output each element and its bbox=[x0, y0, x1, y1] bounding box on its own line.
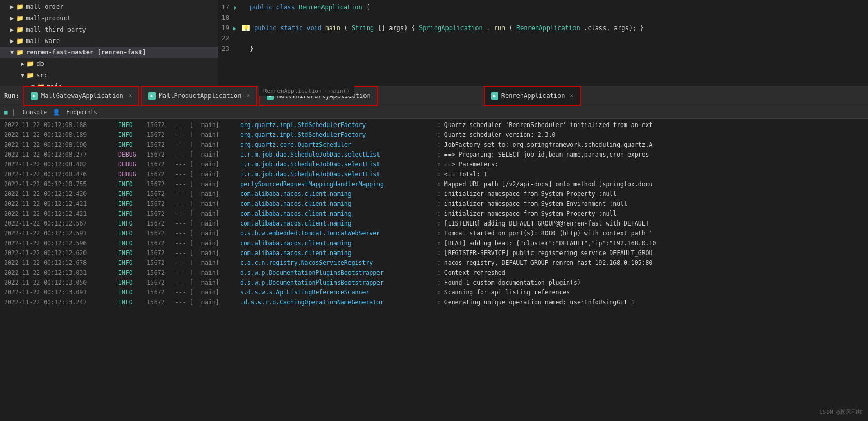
lightbulb-icon[interactable]: 💡 bbox=[242, 25, 250, 31]
tree-label: db bbox=[36, 60, 44, 67]
log-thread: main] bbox=[201, 240, 240, 247]
log-thread: main] bbox=[201, 210, 240, 217]
log-thread: main] bbox=[201, 180, 240, 188]
breadcrumb-item: main() bbox=[329, 88, 350, 94]
run-tabs: ▶ MallGatewayApplication ✕ ▶ MallProduct… bbox=[23, 86, 583, 106]
log-thread: main] bbox=[201, 131, 240, 138]
log-sep: --- [ bbox=[175, 289, 201, 296]
tab-label: RenrenApplication bbox=[501, 92, 565, 100]
log-message: : [LISTENER] adding DEFAULT_GROUP@@renre… bbox=[437, 220, 652, 227]
tree-item-src[interactable]: ▼ 📁 src bbox=[0, 69, 218, 81]
log-message: : [REGISTER-SERVICE] public registering … bbox=[437, 249, 652, 257]
folder-icon: 📁 bbox=[16, 3, 24, 10]
breadcrumb-sep: › bbox=[324, 88, 328, 94]
tree-item-mall-third-party[interactable]: ▶ 📁 mall-third-party bbox=[0, 24, 218, 35]
log-line: 2022-11-22 00:12:12.421 INFO 15672 --- [… bbox=[0, 199, 868, 208]
code-line-18: 18 bbox=[218, 12, 868, 23]
log-logger: com.alibaba.nacos.client.naming bbox=[240, 240, 437, 247]
folder-icon: 📁 bbox=[16, 49, 24, 56]
log-timestamp: 2022-11-22 00:12:12.678 bbox=[4, 259, 118, 266]
log-output[interactable]: 2022-11-22 00:12:08.188 INFO 15672 --- [… bbox=[0, 119, 868, 421]
code-content: public static void main ( String [] args… bbox=[254, 24, 644, 32]
log-level: INFO bbox=[118, 230, 147, 237]
log-level: INFO bbox=[118, 279, 147, 286]
log-logger: pertySourcedRequestMappingHandlerMapping bbox=[240, 180, 437, 188]
log-pid: 15672 bbox=[147, 141, 175, 148]
log-line: 2022-11-22 00:12:13.247 INFO 15672 --- [… bbox=[0, 297, 868, 307]
log-thread: main] bbox=[201, 230, 240, 237]
run-bar: Run: ▶ MallGatewayApplication ✕ ▶ MallPr… bbox=[0, 86, 868, 106]
log-pid: 15672 bbox=[147, 230, 175, 237]
log-message: : Generating unique operation named: use… bbox=[437, 299, 635, 306]
log-pid: 15672 bbox=[147, 259, 175, 266]
log-thread: main] bbox=[201, 190, 240, 198]
tab-mall-gateway[interactable]: ▶ MallGatewayApplication ✕ bbox=[23, 86, 139, 106]
log-message: : <== Total: 1 bbox=[437, 171, 487, 178]
tab-mall-product[interactable]: ▶ MallProductApplication ✕ bbox=[141, 86, 257, 106]
log-timestamp: 2022-11-22 00:12:12.421 bbox=[4, 210, 118, 217]
tab-console[interactable]: Console bbox=[19, 108, 51, 117]
log-timestamp: 2022-11-22 00:12:12.620 bbox=[4, 249, 118, 257]
run-icon[interactable]: ▶ bbox=[233, 25, 242, 31]
log-sep: --- [ bbox=[175, 279, 201, 286]
log-message: : Tomcat started on port(s): 8080 (http)… bbox=[437, 230, 652, 237]
log-pid: 15672 bbox=[147, 240, 175, 247]
log-thread: main] bbox=[201, 259, 240, 266]
log-logger: org.quartz.core.QuartzScheduler bbox=[240, 141, 437, 148]
breadcrumb: RenrenApplication › main() bbox=[259, 86, 354, 96]
log-level: DEBUG bbox=[118, 161, 147, 168]
log-level: INFO bbox=[118, 200, 147, 207]
tree-label: renren-fast-master [renren-fast] bbox=[26, 49, 146, 56]
log-sep: --- [ bbox=[175, 259, 201, 266]
log-sep: --- [ bbox=[175, 141, 201, 148]
tab-close-icon[interactable]: ✕ bbox=[246, 92, 250, 99]
tree-item-mall-order[interactable]: ▶ 📁 mall-order bbox=[0, 1, 218, 12]
log-sep: --- [ bbox=[175, 121, 201, 129]
log-pid: 15672 bbox=[147, 279, 175, 286]
code-editor: 17 ⏵ public class RenrenApplication { 18… bbox=[218, 0, 868, 86]
log-timestamp: 2022-11-22 00:12:08.189 bbox=[4, 131, 118, 138]
log-timestamp: 2022-11-22 00:12:13.247 bbox=[4, 299, 118, 306]
code-line-22: 22 bbox=[218, 33, 868, 44]
tree-item-mall-ware[interactable]: ▶ 📁 mall-ware bbox=[0, 35, 218, 47]
log-line: 2022-11-22 00:12:12.596 INFO 15672 --- [… bbox=[0, 238, 868, 248]
tab-close-icon[interactable]: ✕ bbox=[129, 92, 132, 99]
log-sep: --- [ bbox=[175, 220, 201, 227]
log-logger: .d.s.w.r.o.CachingOperationNameGenerator bbox=[240, 299, 437, 306]
log-thread: main] bbox=[201, 121, 240, 129]
code-line-17: 17 ⏵ public class RenrenApplication { bbox=[218, 2, 868, 12]
log-logger: org.quartz.impl.StdSchedulerFactory bbox=[240, 131, 437, 138]
tree-item-db[interactable]: ▶ 📁 db bbox=[0, 58, 218, 69]
log-level: INFO bbox=[118, 240, 147, 247]
log-message: : nacos registry, DEFAULT_GROUP renren-f… bbox=[437, 259, 652, 266]
log-logger: d.s.w.p.DocumentationPluginsBootstrapper bbox=[240, 269, 437, 276]
log-level: INFO bbox=[118, 121, 147, 129]
log-timestamp: 2022-11-22 00:12:13.050 bbox=[4, 279, 118, 286]
log-level: INFO bbox=[118, 131, 147, 138]
tree-item-renren-fast[interactable]: ▼ 📁 renren-fast-master [renren-fast] bbox=[0, 47, 218, 58]
tree-label: mall-third-party bbox=[26, 26, 86, 33]
log-thread: main] bbox=[201, 151, 240, 158]
log-line: 2022-11-22 00:12:08.190 INFO 15672 --- [… bbox=[0, 139, 868, 149]
log-thread: main] bbox=[201, 299, 240, 306]
top-section: ▶ 📁 mall-order ▶ 📁 mall-product ▶ 📁 mall… bbox=[0, 0, 868, 86]
log-thread: main] bbox=[201, 200, 240, 207]
tab-renren-application[interactable]: ▶ RenrenApplication ✕ bbox=[484, 86, 581, 106]
log-timestamp: 2022-11-22 00:12:08.476 bbox=[4, 171, 118, 178]
tree-item-mall-product[interactable]: ▶ 📁 mall-product bbox=[0, 12, 218, 24]
debug-icon: ⏵ bbox=[233, 5, 242, 10]
stop-icon[interactable]: ■ bbox=[4, 109, 8, 116]
app-icon: ▶ bbox=[148, 92, 156, 100]
log-message: : initializer namespace from System Prop… bbox=[437, 190, 617, 198]
tab-close-icon[interactable]: ✕ bbox=[570, 92, 574, 99]
arrow-right-icon: ▶ bbox=[10, 15, 14, 22]
console-bar: ■ | Console 👤 Endpoints bbox=[0, 106, 868, 119]
line-number: 22 bbox=[218, 35, 233, 42]
log-timestamp: 2022-11-22 00:12:12.420 bbox=[4, 190, 118, 198]
log-line: 2022-11-22 00:12:10.755 INFO 15672 --- [… bbox=[0, 179, 868, 189]
log-message: : Context refreshed bbox=[437, 269, 506, 276]
code-content: } bbox=[250, 45, 254, 52]
log-pid: 15672 bbox=[147, 269, 175, 276]
tab-endpoints[interactable]: Endpoints bbox=[62, 108, 102, 117]
log-line: 2022-11-22 00:12:12.591 INFO 15672 --- [… bbox=[0, 228, 868, 238]
